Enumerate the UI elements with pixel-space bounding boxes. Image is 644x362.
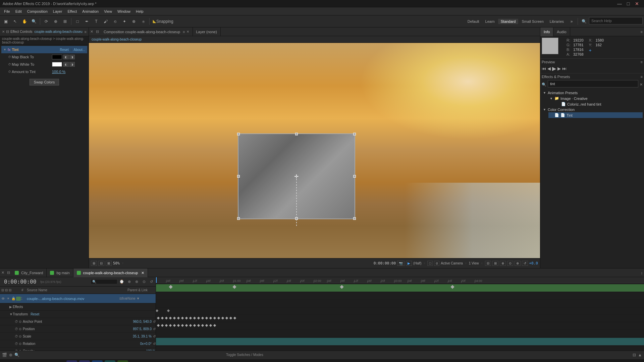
- viewer-play-btn[interactable]: ▶: [406, 261, 412, 266]
- viewer-toggle4[interactable]: ⊙: [507, 261, 513, 266]
- ap-reset[interactable]: ↺: [153, 320, 156, 323]
- pos-stopwatch-filled[interactable]: ⏱: [15, 327, 18, 331]
- handle-br[interactable]: [353, 217, 356, 220]
- tl-panel-collapse[interactable]: ⊟: [6, 270, 11, 275]
- workspace-more[interactable]: »: [567, 17, 576, 26]
- inner-comp-layer[interactable]: ✛: [238, 133, 355, 220]
- new-comp-btn[interactable]: ▣: [1, 17, 10, 26]
- color-swatch-white[interactable]: [52, 62, 62, 67]
- taskbar-windows[interactable]: ⊞: [3, 360, 13, 362]
- amount-value[interactable]: 100.0 %: [52, 70, 65, 74]
- tree-image-creative-item[interactable]: ▼ 📁 Image · Creative: [548, 96, 643, 101]
- timeline-tab-bg[interactable]: bg main: [47, 268, 73, 277]
- hand-tool[interactable]: ✋: [20, 17, 29, 26]
- stopwatch-black[interactable]: ⏱: [8, 55, 11, 59]
- workspace-learn[interactable]: Learn: [483, 19, 497, 24]
- viewer-grid-btn[interactable]: ⊞: [91, 261, 97, 266]
- tl-ctrl-5[interactable]: ↺: [148, 279, 154, 285]
- workspace-standard[interactable]: Standard: [498, 19, 519, 24]
- scale-row[interactable]: ⏱ ⊙ Scale 35.1, 39.1 % ↺: [0, 333, 156, 340]
- effects-row[interactable]: ▶ Effects: [0, 303, 156, 311]
- anchor-point-row[interactable]: ⏱ ⊙ Anchor Point 960.0, 540.0 ↺: [0, 318, 156, 325]
- menu-help[interactable]: Help: [133, 7, 146, 15]
- tl-speed-btn[interactable]: ⊟: [633, 353, 636, 357]
- menu-layer[interactable]: Layer: [50, 7, 65, 15]
- tint-effect-header[interactable]: ▼ fx Tint Reset | About...: [1, 46, 87, 53]
- tl-ctrl-1[interactable]: ⌚: [119, 279, 125, 285]
- presets-search-input[interactable]: [548, 80, 638, 87]
- tl-cache-btn[interactable]: ▲: [638, 353, 642, 357]
- rot-stopwatch[interactable]: ⏱: [15, 342, 18, 346]
- rotation-row[interactable]: ⏱ ⊙ Rotation 0x+0.0° ↺: [0, 340, 156, 348]
- layer-1-fx[interactable]: fx: [122, 297, 125, 300]
- panel-menu-btn[interactable]: ≡: [85, 30, 87, 34]
- timeline-tab-couple[interactable]: couple-walk-along-beach-closeup ✕: [73, 268, 148, 277]
- layer-row-1[interactable]: 👁 ☀ 🔒 1 couple-...along-beach-closeup.mo…: [0, 294, 156, 303]
- handle-bl[interactable]: [237, 217, 240, 220]
- reset-link[interactable]: Reset: [60, 48, 69, 52]
- track-anchor[interactable]: [156, 307, 644, 315]
- taskbar-pr[interactable]: Pr: [79, 360, 90, 362]
- tree-tint-item[interactable]: 📄 📄 Tint: [548, 112, 643, 118]
- preview-next[interactable]: ▶: [557, 66, 561, 71]
- scale-stopwatch[interactable]: ⏱: [15, 335, 18, 338]
- tl-bottom-3[interactable]: 🔍: [14, 353, 19, 357]
- pick-black-1[interactable]: ◧: [63, 55, 69, 59]
- layer-1-motion[interactable]: ⊕: [125, 297, 127, 300]
- timeline-playhead[interactable]: [156, 277, 157, 283]
- menu-file[interactable]: File: [1, 7, 13, 15]
- handle-tl[interactable]: [237, 133, 240, 135]
- pick-black-2[interactable]: ◨: [69, 55, 75, 59]
- pin-tool[interactable]: ⍟: [139, 17, 148, 26]
- rotate-tool[interactable]: ⟳: [42, 17, 51, 26]
- close-button[interactable]: ✕: [633, 0, 641, 8]
- ap-stopwatch[interactable]: ⏱: [15, 320, 18, 323]
- right-panel-menu[interactable]: ≡: [639, 30, 644, 34]
- preview-prev[interactable]: ◀: [547, 66, 551, 71]
- viewer-alpha-btn[interactable]: α: [434, 261, 439, 266]
- comp-tab-close[interactable]: ✕: [186, 27, 189, 36]
- workspace-libraries[interactable]: Libraries: [547, 19, 567, 24]
- tree-color-correction[interactable]: ▼ Color Correction: [542, 107, 643, 112]
- menu-window[interactable]: Window: [115, 7, 133, 15]
- comp-tab-layer[interactable]: Layer (none): [193, 27, 221, 36]
- rotation-value[interactable]: 0x+0.0°: [140, 342, 152, 346]
- track-position[interactable]: [156, 315, 644, 322]
- anchor-value[interactable]: 960.0, 540.0: [133, 320, 152, 323]
- track-2[interactable]: [156, 337, 644, 346]
- layer-1-eye[interactable]: 👁: [1, 297, 7, 301]
- handle-ml[interactable]: [237, 175, 240, 178]
- viewer-toggle2[interactable]: ⊞: [492, 261, 498, 266]
- viewer-toggle3[interactable]: ⊗: [500, 261, 506, 266]
- tl-bottom-2[interactable]: ⊕: [9, 353, 12, 357]
- layer-1-flag1[interactable]: ⊟: [119, 297, 122, 300]
- preview-menu[interactable]: ≡: [641, 60, 643, 64]
- viewer-safe-btn[interactable]: ⊟: [98, 261, 104, 266]
- puppet-tool[interactable]: ⊗: [129, 17, 138, 26]
- taskbar-taskview[interactable]: ⊟: [28, 360, 39, 362]
- taskbar-ae[interactable]: Ae: [66, 360, 77, 362]
- pick-white-2[interactable]: ◨: [69, 62, 75, 67]
- select-tool[interactable]: ↖: [11, 17, 19, 26]
- workspace-small[interactable]: Small Screen: [519, 19, 546, 24]
- track-1[interactable]: [156, 283, 644, 293]
- viewer-res-btn[interactable]: □: [427, 261, 433, 266]
- tl-bottom-1[interactable]: 🎬: [2, 353, 7, 357]
- clear-search-btn[interactable]: ✕: [640, 82, 643, 87]
- search-toggle[interactable]: 🔍: [580, 17, 588, 26]
- taskbar-ps[interactable]: Ps: [92, 360, 103, 362]
- swap-colors-button[interactable]: Swap Colors: [30, 79, 59, 85]
- effects-presets-menu[interactable]: ≡: [641, 75, 643, 79]
- tab-audio[interactable]: Audio: [553, 27, 570, 36]
- scale-reset[interactable]: ↺: [153, 335, 156, 338]
- viewer-cam-btn[interactable]: 📷: [397, 261, 405, 266]
- taskbar-search[interactable]: 🔍: [15, 360, 26, 362]
- search-input[interactable]: [589, 17, 643, 24]
- transform-row[interactable]: ▼ Transform Reset: [0, 311, 156, 318]
- timeline-tab-city[interactable]: City_Forward: [11, 268, 47, 277]
- tl-panel-expand[interactable]: ↕: [640, 271, 644, 275]
- maximize-button[interactable]: □: [624, 0, 633, 8]
- zoom-tool[interactable]: 🔍: [30, 17, 38, 26]
- handle-tm[interactable]: [295, 133, 298, 135]
- scale-value[interactable]: 35.1, 39.1 %: [133, 335, 152, 338]
